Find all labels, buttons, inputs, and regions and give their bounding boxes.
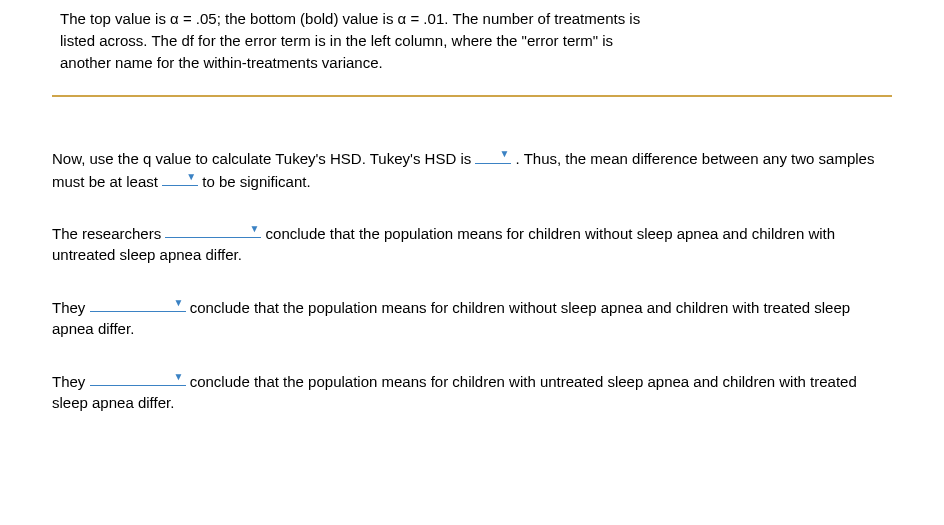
caret-down-icon: ▼: [249, 224, 259, 234]
researchers-paragraph: The researchers ▼ conclude that the popu…: [52, 222, 892, 266]
caret-down-icon: ▼: [174, 298, 184, 308]
page: The top value is α = .05; the bottom (bo…: [0, 0, 944, 464]
text-segment: to be significant.: [198, 172, 311, 189]
caret-down-icon: ▼: [174, 372, 184, 382]
they2-dropdown[interactable]: ▼: [90, 370, 186, 387]
text-segment: The researchers: [52, 224, 165, 241]
they1-paragraph: They ▼ conclude that the population mean…: [52, 296, 892, 340]
mean-diff-dropdown[interactable]: ▼: [162, 170, 198, 187]
tukey-hsd-dropdown[interactable]: ▼: [475, 147, 511, 164]
researchers-dropdown[interactable]: ▼: [165, 222, 261, 239]
text-segment: They: [52, 372, 90, 389]
intro-line-3: another name for the within-treatments v…: [60, 52, 892, 74]
text-segment: Now, use the q value to calculate Tukey'…: [52, 150, 475, 167]
they2-paragraph: They ▼ conclude that the population mean…: [52, 370, 892, 414]
caret-down-icon: ▼: [500, 149, 510, 159]
tukey-hsd-paragraph: Now, use the q value to calculate Tukey'…: [52, 147, 892, 192]
intro-line-1: The top value is α = .05; the bottom (bo…: [60, 8, 892, 30]
text-segment: They: [52, 298, 90, 315]
caret-down-icon: ▼: [186, 172, 196, 182]
divider: [52, 95, 892, 97]
intro-line-2: listed across. The df for the error term…: [60, 30, 892, 52]
intro-block: The top value is α = .05; the bottom (bo…: [52, 8, 892, 73]
they1-dropdown[interactable]: ▼: [90, 296, 186, 313]
